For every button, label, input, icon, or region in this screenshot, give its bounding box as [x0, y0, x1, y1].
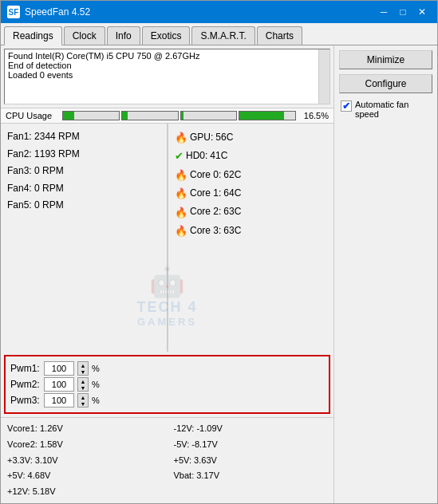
fans-column: Fan1: 2344 RPM Fan2: 1193 RPM Fan3: 0 RP…: [1, 124, 167, 352]
v12-label: +12V:: [7, 486, 30, 496]
vbat-value: 3.17V: [196, 471, 219, 480]
flame-icon-core0: 🔥: [175, 166, 187, 184]
v33-label: +3.3V:: [7, 455, 33, 465]
pwm1-spin-down[interactable]: ▼: [78, 368, 88, 375]
configure-button[interactable]: Configure: [339, 74, 432, 93]
volt-vcore2: Vcore2: 1.58V: [7, 437, 161, 453]
auto-fan-checkbox[interactable]: ✔: [341, 100, 352, 112]
pwm2-spinner: ▲ ▼: [77, 377, 89, 392]
maximize-window-button[interactable]: □: [394, 4, 412, 20]
pwm-row-2: Pwm2: ▲ ▼ %: [10, 377, 324, 392]
data-section: Fan1: 2344 RPM Fan2: 1193 RPM Fan3: 0 RP…: [1, 124, 333, 352]
pwm2-spin-up[interactable]: ▲: [78, 378, 88, 384]
temp-row-core3: 🔥 Core 3: 63C: [175, 222, 327, 240]
voltages-left-col: Vcore1: 1.26V Vcore2: 1.58V +3.3V: 3.10V…: [7, 421, 161, 500]
title-bar: SF SpeedFan 4.52 ─ □ ✕: [1, 1, 437, 23]
pwm1-unit: %: [92, 364, 100, 373]
hd0-label: HD0:: [186, 148, 207, 165]
pwm-section: Pwm1: ▲ ▼ % Pwm2: ▲ ▼ %: [4, 355, 330, 414]
right-panel: Minimize Configure ✔ Automatic fan speed: [333, 45, 437, 503]
auto-fan-row: ✔ Automatic fan speed: [339, 98, 432, 120]
core1-value: 64C: [223, 185, 241, 203]
log-line-3: Loaded 0 events: [8, 70, 314, 80]
log-scrollbar[interactable]: [318, 49, 329, 104]
hd0-value: 41C: [210, 148, 227, 165]
fan5-value: 0 RPM: [34, 199, 64, 211]
cpu-progress-bar: [62, 111, 296, 120]
pwm1-spinner: ▲ ▼: [77, 361, 89, 376]
neg5v-label: -5V:: [174, 439, 190, 449]
tab-smart[interactable]: S.M.A.R.T.: [191, 26, 255, 45]
volt-5v: +5V: 4.68V: [7, 468, 161, 484]
core0-value: 62C: [223, 167, 241, 184]
gpu-label: GPU:: [190, 129, 213, 147]
minimize-button[interactable]: Minimize: [339, 50, 432, 69]
tab-charts[interactable]: Charts: [257, 26, 302, 45]
temp-row-core1: 🔥 Core 1: 64C: [175, 184, 327, 203]
flame-icon-core2: 🔥: [175, 203, 187, 222]
pwm1-label: Pwm1:: [10, 363, 41, 374]
core0-label: Core 0:: [190, 167, 221, 184]
log-line-1: Found Intel(R) Core(TM) i5 CPU 750 @ 2.6…: [8, 51, 314, 61]
fan3-label: Fan3:: [7, 165, 32, 176]
volt-33v: +3.3V: 3.10V: [7, 453, 161, 469]
flame-icon-core3: 🔥: [175, 222, 187, 240]
fan-row-5: Fan5: 0 RPM: [7, 197, 160, 215]
cpu-segment-1: [62, 111, 120, 120]
fan2-value: 1193 RPM: [34, 148, 80, 159]
cpu-percent-value: 16.5%: [301, 111, 329, 120]
temp-row-gpu: 🔥 GPU: 56C: [175, 128, 327, 147]
pwm2-input[interactable]: [44, 377, 74, 392]
core3-label: Core 3:: [190, 222, 221, 240]
v5-label: +5V:: [7, 471, 26, 480]
tab-exotics[interactable]: Exotics: [142, 26, 191, 45]
tab-bar: Readings Clock Info Exotics S.M.A.R.T. C…: [1, 23, 437, 45]
core1-label: Core 1:: [190, 185, 221, 203]
pwm3-spin-down[interactable]: ▼: [78, 400, 88, 407]
pwm-row-1: Pwm1: ▲ ▼ %: [10, 361, 324, 376]
fan-row-4: Fan4: 0 RPM: [7, 180, 160, 198]
tab-clock[interactable]: Clock: [64, 26, 105, 45]
core2-value: 63C: [223, 203, 241, 221]
tab-info[interactable]: Info: [107, 26, 140, 45]
checkbox-check-icon: ✔: [342, 100, 350, 112]
log-box: Found Intel(R) Core(TM) i5 CPU 750 @ 2.6…: [4, 49, 330, 104]
window-title: SpeedFan 4.52: [25, 6, 90, 18]
pwm1-spin-up[interactable]: ▲: [78, 362, 88, 368]
pwm-row-3: Pwm3: ▲ ▼ %: [10, 393, 324, 408]
temp-row-hd0: ✔ HD0: 41C: [175, 147, 327, 165]
tab-readings[interactable]: Readings: [4, 26, 62, 45]
fan1-value: 2344 RPM: [34, 131, 80, 142]
main-panel: Found Intel(R) Core(TM) i5 CPU 750 @ 2.6…: [1, 45, 333, 503]
minimize-window-button[interactable]: ─: [375, 4, 393, 20]
volt-vbat: Vbat: 3.17V: [174, 468, 328, 484]
fan5-label: Fan5:: [7, 199, 32, 211]
app-icon: SF: [7, 6, 20, 18]
log-line-2: End of detection: [8, 61, 314, 70]
fan-row-3: Fan3: 0 RPM: [7, 163, 160, 180]
check-icon-hd0: ✔: [175, 147, 183, 165]
flame-icon-gpu: 🔥: [175, 128, 187, 147]
pwm3-unit: %: [92, 396, 100, 405]
plus5v-value: 3.63V: [194, 455, 217, 465]
neg12v-label: -12V:: [174, 423, 195, 433]
core2-label: Core 2:: [190, 203, 221, 221]
voltages-section: Vcore1: 1.26V Vcore2: 1.58V +3.3V: 3.10V…: [1, 417, 333, 503]
pwm2-label: Pwm2:: [10, 379, 41, 390]
content-area: Found Intel(R) Core(TM) i5 CPU 750 @ 2.6…: [1, 45, 437, 503]
fan1-label: Fan1:: [7, 131, 32, 142]
vcore2-label: Vcore2:: [7, 439, 37, 449]
v5-value: 4.68V: [28, 471, 51, 480]
auto-fan-label: Automatic fan speed: [355, 100, 431, 119]
pwm1-input[interactable]: [44, 361, 74, 376]
fan3-value: 0 RPM: [34, 165, 64, 176]
neg12v-value: -1.09V: [196, 423, 222, 433]
voltages-right-col: -12V: -1.09V -5V: -8.17V +5V: 3.63V Vbat…: [161, 421, 328, 500]
pwm3-spin-up[interactable]: ▲: [78, 394, 88, 400]
close-window-button[interactable]: ✕: [413, 4, 431, 20]
pwm3-input[interactable]: [44, 393, 74, 408]
pwm2-spin-down[interactable]: ▼: [78, 384, 88, 391]
cpu-segment-2: [121, 111, 179, 120]
neg5v-value: -8.17V: [191, 439, 217, 449]
fan4-label: Fan4:: [7, 183, 32, 194]
